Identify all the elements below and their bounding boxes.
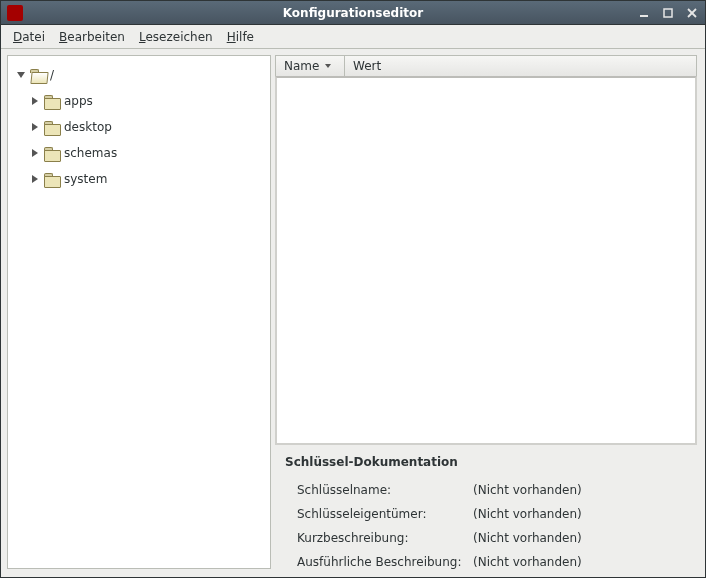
tree-item-label: desktop [64,120,112,134]
tree-item-system[interactable]: system [12,166,266,192]
window-controls [635,6,701,20]
doc-value-keyowner: (Nicht vorhanden) [473,507,687,521]
titlebar[interactable]: Konfigurationseditor [1,1,705,25]
menu-lesezeichen[interactable]: Lesezeichen [133,28,219,46]
tree-item-apps[interactable]: apps [12,88,266,114]
doc-label-shortdesc: Kurzbeschreibung: [297,531,473,545]
doc-value-longdesc: (Nicht vorhanden) [473,555,687,569]
column-header-wert[interactable]: Wert [345,55,697,77]
folder-icon [44,147,60,160]
expander-icon[interactable] [16,70,26,80]
application-window: Konfigurationseditor Datei Bearbeiten Le… [0,0,706,578]
doc-grid: Schlüsselname: (Nicht vorhanden) Schlüss… [285,483,687,569]
column-header-name[interactable]: Name [275,55,345,77]
column-wert-label: Wert [353,59,381,73]
column-name-label: Name [284,59,319,73]
expander-icon[interactable] [30,122,40,132]
doc-heading: Schlüssel-Dokumentation [285,455,687,469]
tree-item-schemas[interactable]: schemas [12,140,266,166]
close-button[interactable] [683,6,701,20]
menu-hilfe[interactable]: Hilfe [221,28,260,46]
folder-icon [44,95,60,108]
content-area: / apps desktop schemas system [1,49,705,577]
menu-bearbeiten[interactable]: Bearbeiten [53,28,131,46]
expander-icon[interactable] [30,96,40,106]
folder-icon [44,121,60,134]
app-icon [7,5,23,21]
key-documentation-panel: Schlüssel-Dokumentation Schlüsselname: (… [275,445,697,569]
tree-item-label: schemas [64,146,117,160]
tree-item-label: apps [64,94,93,108]
doc-label-keyname: Schlüsselname: [297,483,473,497]
minimize-button[interactable] [635,6,653,20]
svg-rect-1 [664,9,672,17]
tree-item-desktop[interactable]: desktop [12,114,266,140]
sort-indicator-icon [325,64,331,68]
expander-icon[interactable] [30,174,40,184]
menu-datei[interactable]: Datei [7,28,51,46]
window-title: Konfigurationseditor [283,6,423,20]
doc-value-keyname: (Nicht vorhanden) [473,483,687,497]
tree-root-label: / [50,68,54,82]
tree-root[interactable]: / [12,62,266,88]
folder-open-icon [30,69,46,82]
expander-icon[interactable] [30,148,40,158]
column-headers: Name Wert [275,55,697,77]
doc-label-keyowner: Schlüsseleigentümer: [297,507,473,521]
menubar: Datei Bearbeiten Lesezeichen Hilfe [1,25,705,49]
tree-pane[interactable]: / apps desktop schemas system [7,55,271,569]
folder-icon [44,173,60,186]
right-pane: Name Wert Schlüssel-Dokumentation Schlüs… [275,55,697,569]
tree-item-label: system [64,172,107,186]
value-list[interactable] [275,76,697,445]
doc-label-longdesc: Ausführliche Beschreibung: [297,555,473,569]
doc-value-shortdesc: (Nicht vorhanden) [473,531,687,545]
maximize-button[interactable] [659,6,677,20]
